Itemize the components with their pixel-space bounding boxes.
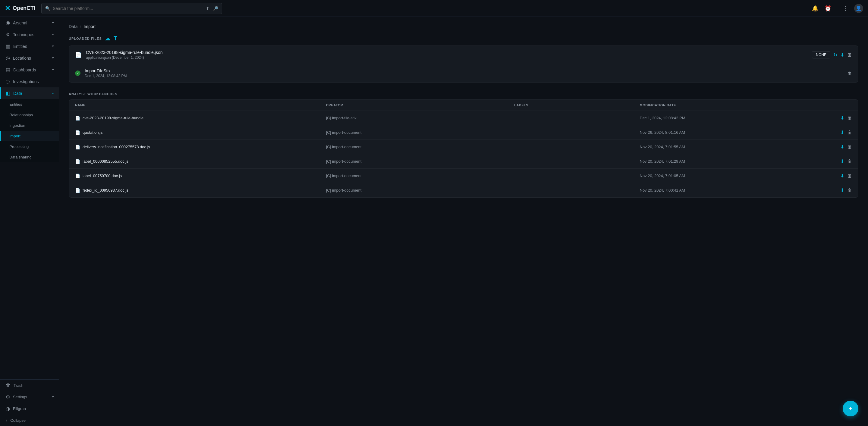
main-layout: ◉ Arsenal ▾ ⚙ Techniques ▾ ▦ Entities ▾ … — [0, 17, 868, 426]
download-icon[interactable]: ⬇ — [840, 173, 844, 179]
table-header: NAME CREATOR LABELS MODIFICATION DATE — [69, 100, 858, 111]
breadcrumb-parent[interactable]: Data — [69, 24, 78, 29]
cell-creator: [C] import-document — [326, 159, 515, 164]
cell-creator: [C] import-document — [326, 188, 515, 193]
download-icon[interactable]: ⬇ — [840, 115, 844, 121]
topbar: ✕ OpenCTI 🔍 ⬆ 🔎 🔔 ⏰ ⋮⋮ 👤 — [0, 0, 868, 17]
sidebar-footer: 🗑 Trash ⚙ Settings ▾ ◑ Filigran ‹ Collap… — [0, 379, 59, 426]
download-icon[interactable]: ⬇ — [840, 130, 844, 135]
sidebar-item-label: Arsenal — [13, 21, 49, 25]
file-info: CVE-2023-20198-sigma-rule-bundle.json ap… — [86, 50, 808, 60]
delete-icon[interactable]: 🗑 — [847, 144, 852, 150]
delete-icon[interactable]: 🗑 — [847, 52, 852, 58]
cell-date: Nov 20, 2024, 7:01:05 AM — [640, 173, 828, 178]
uploaded-file-row: ✓ ImportFileStix Dec 1, 2024, 12:08:42 P… — [69, 64, 858, 82]
techniques-icon: ⚙ — [6, 32, 10, 37]
sidebar-subitem-label: Ingestion — [9, 123, 54, 128]
row-actions: ⬇ 🗑 — [828, 144, 852, 150]
sidebar-subitem-processing[interactable]: Processing — [0, 141, 59, 152]
sidebar-subitem-label: Processing — [9, 144, 54, 149]
sidebar-item-filigran[interactable]: ◑ Filigran — [0, 403, 59, 415]
sidebar-item-techniques[interactable]: ⚙ Techniques ▾ — [0, 29, 59, 40]
breadcrumb-separator: / — [80, 24, 82, 29]
app-logo[interactable]: ✕ OpenCTI — [5, 4, 35, 12]
table-row: 📄 label_00750700.doc.js [C] import-docum… — [69, 169, 858, 183]
delete-icon[interactable]: 🗑 — [847, 130, 852, 135]
clock-icon[interactable]: ⏰ — [825, 5, 831, 12]
cell-creator: [C] import-file-stix — [326, 116, 515, 120]
sidebar-item-label: Filigran — [13, 406, 54, 411]
sidebar-item-label: Data — [13, 91, 49, 96]
delete-icon[interactable]: 🗑 — [847, 173, 852, 179]
none-button[interactable]: NONE — [812, 51, 830, 59]
breadcrumb-current: Import — [84, 24, 96, 29]
download-icon[interactable]: ⬇ — [840, 52, 844, 58]
row-name-text: fedex_id_00950937.doc.js — [83, 188, 128, 193]
file-info: ImportFileStix Dec 1, 2024, 12:08:42 PM — [85, 68, 843, 78]
cell-name: 📄 quotation.js — [75, 130, 326, 135]
sidebar-subitem-data-sharing[interactable]: Data sharing — [0, 152, 59, 162]
uploaded-files-label: UPLOADED FILES — [69, 37, 102, 40]
sidebar-item-settings[interactable]: ⚙ Settings ▾ — [0, 391, 59, 403]
search-input[interactable] — [53, 6, 204, 11]
sidebar-item-entities[interactable]: ▦ Entities ▾ — [0, 40, 59, 52]
cloud-upload-icon[interactable]: ☁ — [105, 35, 111, 42]
entities-icon: ▦ — [6, 43, 10, 49]
sidebar-subitem-import[interactable]: Import — [0, 131, 59, 141]
data-subnav: Entities Relationships Ingestion Import … — [0, 99, 59, 162]
search-bar[interactable]: 🔍 ⬆ 🔎 — [41, 3, 222, 14]
chevron-down-icon: ▾ — [52, 33, 54, 36]
add-fab-button[interactable]: + — [843, 401, 858, 416]
sidebar-item-dashboards[interactable]: ▤ Dashboards ▾ — [0, 64, 59, 76]
sidebar-subitem-label: Import — [9, 134, 54, 138]
text-format-icon[interactable]: T — [114, 35, 118, 42]
sidebar-item-collapse[interactable]: ‹ Collapse — [0, 415, 59, 426]
download-icon[interactable]: ⬇ — [840, 144, 844, 150]
status-done-icon: ✓ — [75, 70, 81, 76]
uploaded-files-header: UPLOADED FILES ☁ T — [69, 35, 858, 42]
sync-icon[interactable]: ↻ — [833, 52, 837, 58]
trash-icon: 🗑 — [6, 383, 10, 388]
dashboards-icon: ▤ — [6, 67, 10, 73]
row-file-icon: 📄 — [75, 130, 80, 135]
col-actions — [828, 103, 852, 107]
chevron-down-icon: ▾ — [52, 56, 54, 60]
row-file-icon: 📄 — [75, 144, 80, 150]
workbenches-label: ANALYST WORKBENCHES — [69, 92, 118, 96]
download-icon[interactable]: ⬇ — [840, 187, 844, 193]
delete-icon[interactable]: 🗑 — [847, 188, 852, 193]
uploaded-files-card: 📄 CVE-2023-20198-sigma-rule-bundle.json … — [69, 45, 858, 83]
file-actions: 🗑 — [847, 70, 852, 76]
sidebar-item-locations[interactable]: ◎ Locations ▾ — [0, 52, 59, 64]
row-file-icon: 📄 — [75, 116, 80, 121]
sidebar-item-trash[interactable]: 🗑 Trash — [0, 380, 59, 391]
cell-creator: [C] import-document — [326, 144, 515, 149]
cell-name: 📄 label_00000852555.doc.js — [75, 159, 326, 164]
table-row: 📄 cve-2023-20198-sigma-rule-bundle [C] i… — [69, 111, 858, 125]
sidebar-subitem-label: Relationships — [9, 113, 54, 117]
collapse-icon: ‹ — [6, 418, 7, 423]
sidebar-subitem-ingestion[interactable]: Ingestion — [0, 120, 59, 131]
logo-text: OpenCTI — [13, 5, 35, 11]
logo-x-icon: ✕ — [5, 4, 10, 12]
sidebar-item-arsenal[interactable]: ◉ Arsenal ▾ — [0, 17, 59, 29]
delete-icon[interactable]: 🗑 — [847, 116, 852, 121]
cell-date: Nov 20, 2024, 7:01:29 AM — [640, 159, 828, 164]
sidebar: ◉ Arsenal ▾ ⚙ Techniques ▾ ▦ Entities ▾ … — [0, 17, 59, 426]
user-avatar[interactable]: 👤 — [854, 4, 863, 13]
download-icon[interactable]: ⬇ — [840, 159, 844, 164]
investigations-icon: ◌ — [6, 78, 10, 84]
sidebar-item-investigations[interactable]: ◌ Investigations — [0, 76, 59, 87]
col-date: MODIFICATION DATE — [640, 103, 828, 107]
sidebar-item-data[interactable]: ◧ Data ▴ — [0, 87, 59, 99]
sidebar-item-label: Dashboards — [13, 67, 49, 72]
cell-name: 📄 label_00750700.doc.js — [75, 173, 326, 178]
notification-icon[interactable]: 🔔 — [812, 5, 818, 12]
cell-creator: [C] import-document — [326, 130, 515, 135]
sidebar-subitem-entities[interactable]: Entities — [0, 99, 59, 110]
delete-icon[interactable]: 🗑 — [847, 159, 852, 164]
sidebar-subitem-relationships[interactable]: Relationships — [0, 110, 59, 120]
search-icon: 🔍 — [45, 6, 50, 11]
grid-icon[interactable]: ⋮⋮ — [837, 5, 848, 12]
delete-icon[interactable]: 🗑 — [847, 70, 852, 76]
